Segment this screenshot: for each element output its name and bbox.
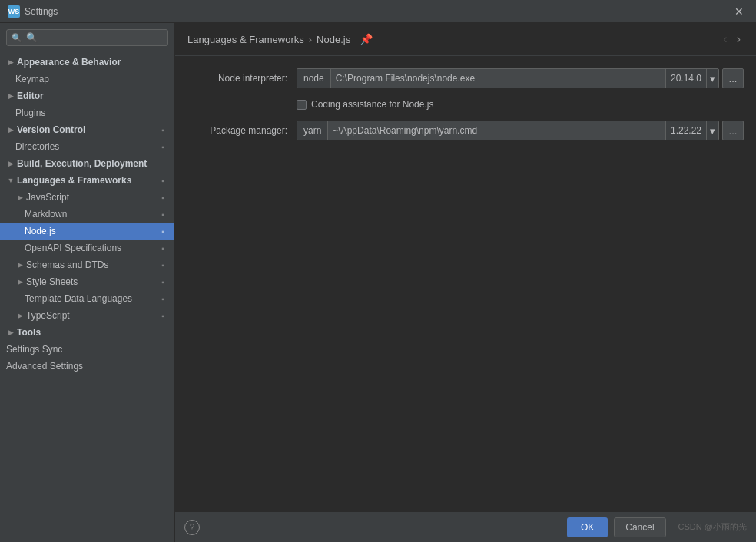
- arrow-icon: ▶: [15, 260, 25, 269]
- package-manager-field: yarn ~\AppData\Roaming\npm\yarn.cmd 1.22…: [297, 121, 719, 140]
- sidebar-item-plugins[interactable]: Plugins: [0, 104, 174, 121]
- window-title: Settings: [25, 6, 58, 17]
- coding-assistance-label: Coding assistance for Node.js: [311, 99, 433, 110]
- sidebar-item-template-data[interactable]: Template Data Languages ▪: [0, 290, 174, 307]
- settings-icon: ▪: [158, 259, 168, 270]
- breadcrumb: Languages & Frameworks › Node.js 📌: [187, 33, 373, 45]
- sidebar-item-markdown[interactable]: Markdown ▪: [0, 206, 174, 223]
- sidebar-item-settings-sync[interactable]: Settings Sync: [0, 341, 174, 358]
- breadcrumb-parent[interactable]: Languages & Frameworks: [187, 34, 304, 45]
- main-layout: 🔍 ▶ Appearance & Behavior Keymap ▶ Edito…: [0, 23, 756, 542]
- sidebar-item-editor[interactable]: ▶ Editor: [0, 88, 174, 104]
- settings-icon: ▪: [158, 124, 168, 135]
- header-nav: ‹ ›: [720, 31, 744, 48]
- package-manager-row: Package manager: yarn ~\AppData\Roaming\…: [187, 121, 744, 140]
- sidebar-item-label: Advanced Settings: [6, 361, 168, 372]
- pin-icon: 📌: [360, 33, 373, 45]
- settings-icon: ▪: [158, 226, 168, 236]
- settings-icon: ▪: [158, 175, 168, 186]
- settings-icon: ▪: [158, 276, 168, 287]
- content-header: Languages & Frameworks › Node.js 📌 ‹ ›: [175, 23, 756, 56]
- sidebar-item-label: Settings Sync: [6, 344, 168, 355]
- sidebar-item-languages[interactable]: ▼ Languages & Frameworks ▪: [0, 172, 174, 189]
- node-interpreter-more-button[interactable]: ...: [722, 68, 744, 88]
- interp-path: C:\Program Files\nodejs\node.exe: [331, 73, 665, 84]
- sidebar-item-label: Languages & Frameworks: [17, 175, 158, 186]
- sidebar-item-label: Schemas and DTDs: [26, 259, 158, 270]
- close-button[interactable]: ✕: [730, 4, 748, 19]
- search-box: 🔍: [6, 29, 168, 46]
- sidebar-item-label: Editor: [17, 91, 168, 101]
- interpreter-dropdown-button[interactable]: ▾: [706, 68, 718, 88]
- sidebar-item-typescript[interactable]: ▶ TypeScript ▪: [0, 307, 174, 324]
- settings-icon: ▪: [158, 293, 168, 304]
- breadcrumb-current: Node.js: [317, 34, 350, 45]
- ok-button[interactable]: OK: [567, 517, 608, 537]
- help-button[interactable]: ?: [184, 520, 200, 535]
- sidebar-item-keymap[interactable]: Keymap: [0, 71, 174, 88]
- watermark: CSDN @小雨的光: [678, 521, 747, 533]
- interp-version: 20.14.0: [665, 69, 706, 88]
- sidebar-item-label: Build, Execution, Deployment: [17, 158, 168, 169]
- sidebar-item-appearance[interactable]: ▶ Appearance & Behavior: [0, 54, 174, 71]
- sidebar-item-directories[interactable]: Directories ▪: [0, 138, 174, 155]
- arrow-icon: ▶: [15, 277, 25, 286]
- arrow-icon: ▼: [6, 176, 15, 185]
- footer: ? OK Cancel CSDN @小雨的光: [175, 511, 756, 542]
- arrow-icon: ▶: [6, 159, 15, 168]
- arrow-icon: ▶: [6, 91, 15, 101]
- settings-icon: ▪: [158, 209, 168, 220]
- sidebar-item-openapi[interactable]: OpenAPI Specifications ▪: [0, 240, 174, 256]
- sidebar-item-label: Tools: [17, 327, 168, 338]
- sidebar: 🔍 ▶ Appearance & Behavior Keymap ▶ Edito…: [0, 23, 175, 542]
- nav-forward-button[interactable]: ›: [734, 31, 744, 48]
- arrow-icon: ▶: [6, 328, 15, 337]
- interp-type: node: [297, 69, 331, 88]
- sidebar-item-label: Markdown: [25, 209, 158, 220]
- sidebar-item-nodejs[interactable]: Node.js ▪: [0, 223, 174, 240]
- arrow-icon: ▶: [15, 193, 25, 202]
- breadcrumb-separator: ›: [309, 34, 312, 45]
- sidebar-item-label: Plugins: [15, 107, 168, 118]
- title-bar-left: WS Settings: [8, 5, 58, 18]
- cancel-button[interactable]: Cancel: [614, 517, 665, 537]
- nav-tree: ▶ Appearance & Behavior Keymap ▶ Editor …: [0, 52, 174, 542]
- settings-icon: ▪: [158, 310, 168, 321]
- coding-assistance-row: Coding assistance for Node.js: [297, 99, 744, 110]
- package-manager-dropdown-button[interactable]: ▾: [706, 121, 718, 140]
- sidebar-item-label: JavaScript: [26, 192, 158, 203]
- package-manager-label: Package manager:: [187, 125, 287, 136]
- sidebar-item-label: Keymap: [15, 74, 168, 84]
- node-interpreter-input-group: node C:\Program Files\nodejs\node.exe 20…: [297, 68, 744, 88]
- arrow-icon: ▶: [15, 311, 25, 320]
- sidebar-item-javascript[interactable]: ▶ JavaScript ▪: [0, 189, 174, 206]
- app-icon: WS: [8, 5, 20, 18]
- coding-assistance-checkbox[interactable]: [297, 100, 307, 110]
- sidebar-item-label: Version Control: [17, 124, 158, 135]
- sidebar-item-label: Directories: [15, 141, 158, 152]
- settings-icon: ▪: [158, 192, 168, 203]
- nav-back-button[interactable]: ‹: [720, 31, 730, 48]
- package-manager-more-button[interactable]: ...: [722, 121, 744, 140]
- sidebar-item-label: Style Sheets: [26, 276, 158, 287]
- footer-right: OK Cancel CSDN @小雨的光: [567, 517, 747, 537]
- node-interpreter-label: Node interpreter:: [187, 73, 287, 84]
- sidebar-item-label: Template Data Languages: [25, 293, 158, 304]
- sidebar-item-label: TypeScript: [26, 310, 158, 321]
- arrow-icon: ▶: [6, 58, 15, 67]
- pkg-manager-path: ~\AppData\Roaming\npm\yarn.cmd: [328, 125, 665, 136]
- search-input[interactable]: [26, 32, 163, 43]
- title-bar: WS Settings ✕: [0, 0, 756, 23]
- content-body: Node interpreter: node C:\Program Files\…: [175, 56, 756, 511]
- sidebar-item-build[interactable]: ▶ Build, Execution, Deployment: [0, 155, 174, 172]
- sidebar-item-version-control[interactable]: ▶ Version Control ▪: [0, 121, 174, 138]
- node-interpreter-field: node C:\Program Files\nodejs\node.exe 20…: [297, 68, 719, 88]
- sidebar-item-label: OpenAPI Specifications: [25, 243, 158, 253]
- arrow-icon: ▶: [6, 125, 15, 134]
- sidebar-item-schemas[interactable]: ▶ Schemas and DTDs ▪: [0, 256, 174, 273]
- sidebar-item-tools[interactable]: ▶ Tools: [0, 324, 174, 341]
- sidebar-item-advanced-settings[interactable]: Advanced Settings: [0, 358, 174, 375]
- sidebar-item-stylesheets[interactable]: ▶ Style Sheets ▪: [0, 273, 174, 290]
- pkg-manager-version: 1.22.22: [665, 121, 706, 140]
- package-manager-input-group: yarn ~\AppData\Roaming\npm\yarn.cmd 1.22…: [297, 121, 744, 140]
